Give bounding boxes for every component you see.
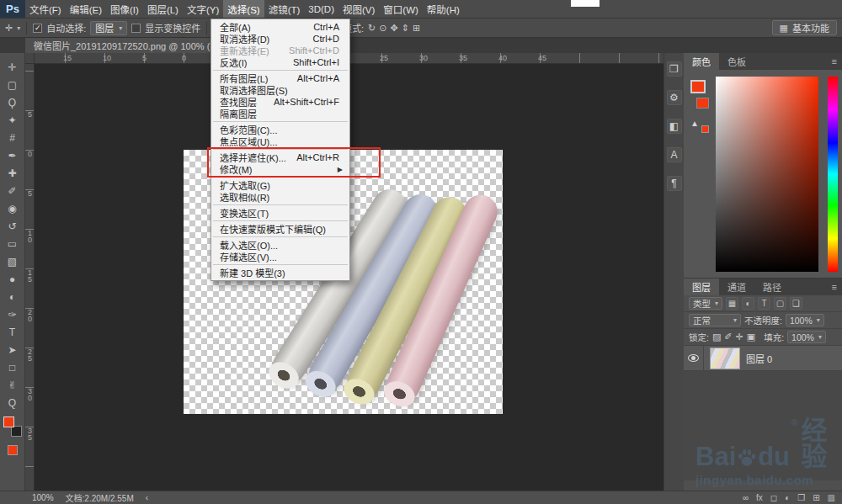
3d-scale-icon[interactable]: ⊞ [413, 24, 420, 33]
lock-pixels-icon[interactable]: ✐ [724, 332, 732, 342]
menu-item[interactable]: 选取相似(R) [211, 191, 349, 203]
quick-selection-tool[interactable]: ✦ [2, 111, 24, 129]
panel-menu-icon[interactable]: ≡ [832, 56, 842, 66]
menu-item[interactable]: 变换选区(T) [211, 207, 349, 219]
panel-paragraph-icon[interactable]: ¶ [667, 176, 682, 191]
clone-stamp-tool[interactable]: ◉ [2, 199, 24, 217]
dodge-tool[interactable]: ◐ [2, 288, 24, 305]
filter-smart-object-icon[interactable]: ❑ [790, 297, 802, 310]
3d-roll-icon[interactable]: ⊙ [379, 24, 386, 33]
pen-tool[interactable]: ✑ [2, 305, 24, 323]
layer-thumbnail[interactable] [710, 347, 740, 369]
layer-row[interactable]: 图层 0 [684, 346, 842, 371]
menu-bar-item[interactable]: 3D(D) [304, 0, 338, 18]
crop-tool[interactable]: # [2, 129, 24, 146]
3d-orbit-icon[interactable]: ↻ [368, 24, 376, 33]
menu-item[interactable]: 重新选择(E) Shift+Ctrl+D [211, 45, 349, 56]
menu-bar-item[interactable]: 文件(F) [25, 0, 66, 18]
saturation-brightness-picker[interactable] [716, 77, 818, 272]
layer-filter-dropdown[interactable]: 类型 ▾ [689, 297, 722, 310]
menu-item[interactable]: 全部(A) Ctrl+A [211, 21, 349, 33]
show-transform-checkbox[interactable] [131, 24, 141, 33]
blend-mode-dropdown[interactable]: 正常 ▾ [689, 314, 741, 326]
menu-bar-item[interactable]: 图像(I) [106, 0, 143, 18]
lock-transparency-icon[interactable]: ▨ [712, 332, 721, 342]
panel-artboards-icon[interactable]: ❐ [667, 61, 682, 77]
menu-item[interactable]: 色彩范围(C)... [211, 124, 349, 135]
3d-slide-icon[interactable]: ⇕ [402, 24, 409, 33]
menu-bar-item[interactable]: 编辑(E) [66, 0, 106, 18]
lock-position-icon[interactable]: ✛ [736, 332, 743, 342]
menu-item[interactable] [213, 70, 348, 71]
adjustment-layer-icon[interactable]: ◐ [785, 494, 790, 502]
menu-item[interactable]: 焦点区域(U)... [211, 135, 349, 147]
layer-style-icon[interactable]: fx [756, 494, 763, 502]
new-layer-icon[interactable]: ⊞ [813, 494, 819, 502]
zoom-tool[interactable]: Q [2, 394, 24, 411]
menu-item[interactable]: 隔离图层 [211, 108, 349, 119]
hue-slider[interactable] [828, 77, 838, 272]
lasso-tool[interactable]: Ϙ [2, 93, 24, 111]
filter-pixel-icon[interactable]: ▦ [726, 297, 738, 310]
quick-mask-button[interactable] [8, 445, 18, 455]
background-color-swatch[interactable] [696, 98, 709, 109]
eyedropper-tool[interactable]: ✒ [2, 146, 24, 164]
menu-item[interactable]: 取消选择(D) Ctrl+D [211, 33, 349, 45]
lock-all-icon[interactable]: ▣ [747, 332, 755, 342]
opacity-dropdown[interactable]: 100% ▾ [786, 314, 824, 326]
type-tool[interactable]: T [2, 323, 24, 341]
panel-menu-icon[interactable]: ≡ [832, 282, 842, 292]
menu-bar-item[interactable]: 窗口(W) [379, 0, 423, 18]
vertical-ruler[interactable]: 505101520253035 [25, 64, 35, 491]
menu-bar-item[interactable]: 选择(S) [223, 0, 264, 18]
hand-tool[interactable]: ✌ [2, 376, 24, 394]
foreground-color-swatch[interactable] [3, 416, 14, 427]
menu-item[interactable] [213, 264, 348, 265]
menu-item[interactable] [213, 236, 348, 237]
healing-brush-tool[interactable]: ✚ [2, 164, 24, 182]
layers-panel-tab[interactable]: 通道 [719, 279, 754, 295]
layer-group-icon[interactable]: ❐ [797, 494, 805, 502]
menu-bar-item[interactable]: 文字(Y) [183, 0, 223, 18]
panel-character-icon[interactable]: A [667, 147, 682, 162]
menu-item[interactable]: 载入选区(O)... [211, 239, 349, 251]
ruler-origin-corner[interactable] [25, 53, 35, 64]
layers-panel-tab[interactable]: 路径 [754, 279, 790, 295]
status-scroll-arrow-icon[interactable]: ‹ [146, 493, 148, 502]
eraser-tool[interactable]: ▭ [2, 235, 24, 252]
menu-item[interactable]: 查找图层 Alt+Shift+Ctrl+F [211, 96, 349, 108]
layer-visibility-toggle[interactable] [684, 346, 704, 371]
panel-info-icon[interactable]: ◧ [667, 119, 682, 134]
history-brush-tool[interactable]: ↺ [2, 217, 24, 235]
path-selection-tool[interactable]: ➤ [2, 341, 24, 358]
color-panel-tab[interactable]: 色板 [719, 53, 754, 70]
move-tool[interactable]: ✛ [2, 58, 24, 76]
foreground-color-swatch[interactable] [690, 80, 706, 93]
menu-bar-item[interactable]: 视图(V) [338, 0, 379, 18]
brush-tool[interactable]: ✐ [2, 182, 24, 199]
menu-item[interactable]: 反选(I) Shift+Ctrl+I [211, 56, 349, 68]
menu-item[interactable] [213, 220, 348, 221]
workspace-switcher[interactable]: ▦ 基本功能 [772, 20, 837, 35]
link-layers-icon[interactable]: ∞ [743, 494, 749, 502]
auto-select-target-dropdown[interactable]: 图层 ▾ [90, 21, 127, 35]
menu-item[interactable]: 存储选区(V)... [211, 251, 349, 263]
layer-mask-icon[interactable]: ◻ [770, 494, 777, 502]
zoom-level[interactable]: 100% [32, 493, 54, 502]
3d-pan-icon[interactable]: ✥ [391, 24, 398, 33]
panel-adjustments-icon[interactable]: ⚙ [667, 90, 682, 105]
menu-item[interactable]: 扩大选取(G) [211, 179, 349, 191]
layers-panel-tab[interactable]: 图层 [684, 279, 719, 295]
menu-item[interactable] [213, 121, 348, 122]
blur-tool[interactable]: ● [2, 270, 24, 288]
filter-adjustment-icon[interactable]: ◐ [742, 297, 754, 310]
menu-item[interactable]: 新建 3D 模型(3) [211, 267, 349, 279]
menu-item[interactable] [213, 204, 348, 205]
color-panel-tab[interactable]: 颜色 [684, 53, 719, 70]
filter-type-icon[interactable]: T [758, 297, 770, 310]
menu-bar-item[interactable]: 帮助(H) [423, 0, 464, 18]
filter-shape-icon[interactable]: ▢ [774, 297, 786, 310]
delete-layer-icon[interactable]: ▥ [828, 494, 835, 502]
tool-preset-caret-icon[interactable]: ▾ [17, 24, 20, 32]
marquee-tool[interactable]: ▢ [2, 76, 24, 93]
